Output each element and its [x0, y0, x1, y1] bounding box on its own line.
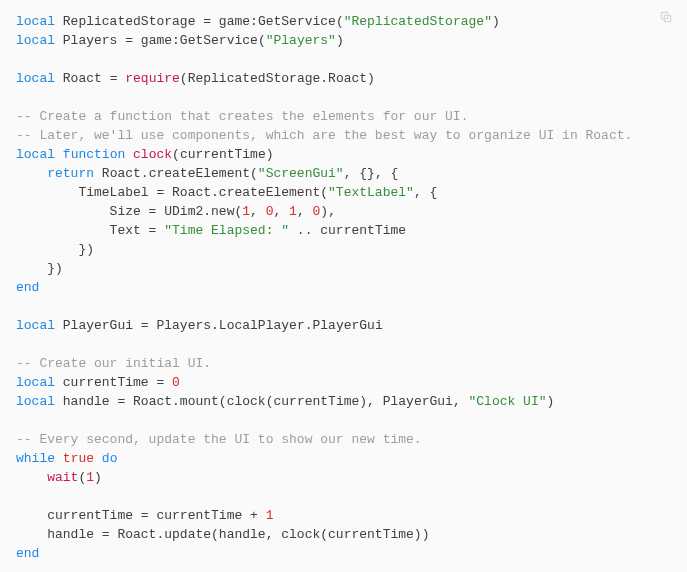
- token-id: ,: [297, 204, 313, 219]
- code-line: TimeLabel = Roact.createElement("TextLab…: [16, 185, 437, 200]
- token-id: =: [141, 318, 149, 333]
- token-id: Roact.createElement(: [94, 166, 258, 181]
- token-num: 0: [172, 375, 180, 390]
- token-id: ): [492, 14, 500, 29]
- token-id: }): [16, 261, 63, 276]
- code-line: -- Create our initial UI.: [16, 356, 211, 371]
- token-id: ): [547, 394, 555, 409]
- token-id: Roact.mount(clock(currentTime), PlayerGu…: [125, 394, 468, 409]
- code-line: local ReplicatedStorage = game:GetServic…: [16, 14, 500, 29]
- token-kw: local: [16, 318, 55, 333]
- token-com: -- Create our initial UI.: [16, 356, 211, 371]
- copy-icon[interactable]: [659, 10, 673, 24]
- token-id: [16, 470, 47, 485]
- code-line: local currentTime = 0: [16, 375, 180, 390]
- code-line: local function clock(currentTime): [16, 147, 274, 162]
- token-str: "ReplicatedStorage": [344, 14, 492, 29]
- token-kw: local: [16, 14, 55, 29]
- token-kw: function: [63, 147, 125, 162]
- token-id: .. currentTime: [289, 223, 406, 238]
- code-line: local Roact = require(ReplicatedStorage.…: [16, 71, 375, 86]
- token-fn: clock: [133, 147, 172, 162]
- token-str: "Players": [266, 33, 336, 48]
- token-id: }): [16, 242, 94, 257]
- token-id: =: [125, 33, 133, 48]
- token-id: ,: [250, 204, 266, 219]
- token-id: ,: [273, 204, 289, 219]
- token-id: ReplicatedStorage: [55, 14, 203, 29]
- token-kw: local: [16, 375, 55, 390]
- token-com: -- Later, we'll use components, which ar…: [16, 128, 632, 143]
- token-id: , {}, {: [344, 166, 399, 181]
- token-id: (ReplicatedStorage.Roact): [180, 71, 375, 86]
- code-line: while true do: [16, 451, 117, 466]
- token-id: handle: [55, 394, 117, 409]
- code-line: local Players = game:GetService("Players…: [16, 33, 344, 48]
- code-line: }): [16, 261, 63, 276]
- token-str: "Clock UI": [469, 394, 547, 409]
- token-kw: end: [16, 546, 39, 561]
- code-block: local ReplicatedStorage = game:GetServic…: [16, 12, 671, 563]
- token-id: [164, 375, 172, 390]
- token-id: PlayerGui: [55, 318, 141, 333]
- token-id: game: [211, 14, 250, 29]
- token-id: Players: [55, 33, 125, 48]
- token-str: "ScreenGui": [258, 166, 344, 181]
- token-id: currentTime = currentTime +: [16, 508, 266, 523]
- code-line: local handle = Roact.mount(clock(current…: [16, 394, 554, 409]
- token-id: ): [336, 33, 344, 48]
- token-id: =: [203, 14, 211, 29]
- token-str: "Time Elapsed: ": [164, 223, 289, 238]
- token-id: currentTime: [55, 375, 156, 390]
- token-kw: local: [16, 147, 55, 162]
- token-com: -- Create a function that creates the el…: [16, 109, 468, 124]
- token-id: [16, 166, 47, 181]
- token-id: [94, 451, 102, 466]
- token-kw: local: [16, 394, 55, 409]
- token-id: :GetService(: [250, 14, 344, 29]
- token-id: [55, 147, 63, 162]
- token-id: , {: [414, 185, 437, 200]
- token-num: true: [63, 451, 94, 466]
- code-line: Text = "Time Elapsed: " .. currentTime: [16, 223, 406, 238]
- token-id: [55, 451, 63, 466]
- code-line: wait(1): [16, 470, 102, 485]
- token-kw: return: [47, 166, 94, 181]
- code-line: end: [16, 546, 39, 561]
- token-kw: while: [16, 451, 55, 466]
- code-line: -- Later, we'll use components, which ar…: [16, 128, 632, 143]
- code-line: Size = UDim2.new(1, 0, 1, 0),: [16, 204, 336, 219]
- token-id: Players.LocalPlayer.PlayerGui: [149, 318, 383, 333]
- token-com: -- Every second, update the UI to show o…: [16, 432, 422, 447]
- token-id: :GetService(: [172, 33, 266, 48]
- token-id: Text =: [16, 223, 164, 238]
- code-line: currentTime = currentTime + 1: [16, 508, 273, 523]
- code-line: local PlayerGui = Players.LocalPlayer.Pl…: [16, 318, 383, 333]
- code-line: -- Create a function that creates the el…: [16, 109, 468, 124]
- token-kw: end: [16, 280, 39, 295]
- token-num: 1: [266, 508, 274, 523]
- token-id: ): [94, 470, 102, 485]
- token-id: Size = UDim2.new(: [16, 204, 242, 219]
- token-kw: local: [16, 71, 55, 86]
- code-line: end: [16, 280, 39, 295]
- token-id: handle = Roact.update(handle, clock(curr…: [16, 527, 429, 542]
- token-num: 1: [242, 204, 250, 219]
- code-line: handle = Roact.update(handle, clock(curr…: [16, 527, 429, 542]
- token-id: ),: [320, 204, 336, 219]
- token-id: TimeLabel = Roact.createElement(: [16, 185, 328, 200]
- code-line: }): [16, 242, 94, 257]
- token-id: [125, 147, 133, 162]
- token-id: Roact: [55, 71, 110, 86]
- token-fn: wait: [47, 470, 78, 485]
- code-line: return Roact.createElement("ScreenGui", …: [16, 166, 398, 181]
- token-kw: do: [102, 451, 118, 466]
- token-num: 1: [289, 204, 297, 219]
- token-kw: local: [16, 33, 55, 48]
- token-id: (currentTime): [172, 147, 273, 162]
- token-id: game: [133, 33, 172, 48]
- token-num: 1: [86, 470, 94, 485]
- token-fn: require: [125, 71, 180, 86]
- code-line: -- Every second, update the UI to show o…: [16, 432, 422, 447]
- token-str: "TextLabel": [328, 185, 414, 200]
